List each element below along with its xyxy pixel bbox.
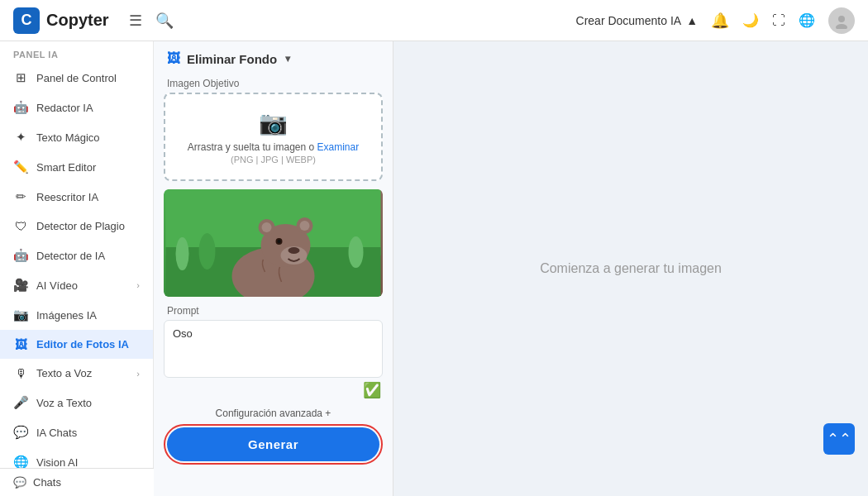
middle-panel: 🖼 Eliminar Fondo ▾ Imagen Objetivo 📷 Arr… bbox=[154, 41, 393, 496]
hamburger-menu-button[interactable]: ☰ bbox=[129, 12, 142, 30]
sidebar-label-texto-voz: Texto a Voz bbox=[36, 367, 92, 379]
image-upload-zone[interactable]: 📷 Arrastra y suelta tu imagen o Examinar… bbox=[164, 93, 383, 181]
sidebar-label-imagenes-ia: Imágenes IA bbox=[36, 309, 97, 322]
bottom-chats-bar: 💬 Chats bbox=[0, 468, 154, 496]
sidebar-item-smart-editor[interactable]: ✏️ Smart Editor bbox=[0, 152, 153, 182]
sidebar-label-smart-editor: Smart Editor bbox=[36, 161, 96, 174]
sidebar-item-imagenes-ia[interactable]: 📷 Imágenes IA bbox=[0, 300, 153, 330]
svg-point-14 bbox=[289, 247, 300, 254]
sidebar-item-panel-control[interactable]: ⊞ Panel de Control bbox=[0, 63, 153, 93]
svg-point-12 bbox=[300, 221, 310, 231]
svg-point-10 bbox=[262, 222, 272, 232]
crear-doc-label: Crear Documento IA bbox=[576, 14, 682, 27]
sidebar-item-detector-ia[interactable]: 🤖 Detector de IA bbox=[0, 241, 153, 270]
prompt-textarea[interactable]: Oso bbox=[164, 320, 383, 378]
sidebar-item-editor-fotos[interactable]: 🖼 Editor de Fotos IA bbox=[0, 330, 153, 359]
detector-ia-icon: 🤖 bbox=[13, 248, 28, 263]
prompt-label: Prompt bbox=[154, 297, 393, 320]
sidebar-label-detector-plagio: Detector de Plagio bbox=[36, 220, 125, 232]
edit-icon: ✏ bbox=[13, 189, 28, 204]
chevron-right-icon-2: › bbox=[136, 369, 140, 379]
chat-icon: 💬 bbox=[13, 425, 28, 440]
crear-documento-button[interactable]: Crear Documento IA ▲ bbox=[576, 14, 698, 27]
sidebar-item-ia-chats[interactable]: 💬 IA Chats bbox=[0, 417, 153, 447]
prompt-footer: ✅ bbox=[154, 378, 393, 399]
sidebar-item-voz-texto[interactable]: 🎤 Voz a Texto bbox=[0, 388, 153, 417]
sidebar-item-texto-voz[interactable]: 🎙 Texto a Voz › bbox=[0, 359, 153, 388]
chevron-right-icon: › bbox=[136, 280, 140, 290]
svg-point-5 bbox=[199, 233, 216, 269]
svg-point-6 bbox=[349, 236, 364, 268]
microphone-icon: 🎤 bbox=[13, 395, 28, 410]
pen-icon: ✏️ bbox=[13, 160, 28, 174]
logo-icon: C bbox=[13, 7, 40, 34]
fullscreen-icon[interactable]: ⛶ bbox=[772, 13, 785, 28]
generar-button-container: Generar bbox=[164, 424, 383, 465]
app-header: C Copyter ☰ 🔍 Crear Documento IA ▲ 🔔 🌙 ⛶… bbox=[0, 0, 868, 41]
search-button[interactable]: 🔍 bbox=[155, 12, 174, 30]
bell-icon[interactable]: 🔔 bbox=[711, 12, 729, 30]
svg-point-1 bbox=[836, 24, 847, 29]
robot-icon: 🤖 bbox=[13, 100, 28, 115]
chevron-up-icon: ▲ bbox=[686, 14, 698, 27]
bear-image bbox=[164, 189, 383, 297]
camera-icon: 📷 bbox=[13, 308, 28, 322]
svg-point-4 bbox=[176, 237, 189, 270]
sidebar-label-editor-fotos: Editor de Fotos IA bbox=[36, 338, 129, 351]
sidebar-label-redactor-ia: Redactor IA bbox=[36, 102, 93, 114]
main-layout: PANEL IA ⊞ Panel de Control 🤖 Redactor I… bbox=[0, 41, 868, 496]
right-panel: Comienza a generar tu imagen bbox=[393, 41, 868, 496]
sidebar-label-ia-chats: IA Chats bbox=[36, 427, 77, 439]
logo-box: C Copyter bbox=[13, 7, 109, 34]
ai-check-icon: ✅ bbox=[363, 381, 381, 399]
globe-icon[interactable]: 🌐 bbox=[799, 12, 815, 28]
upload-hint: (PNG | JPG | WEBP) bbox=[175, 155, 371, 165]
moon-icon[interactable]: 🌙 bbox=[742, 12, 759, 28]
svg-point-16 bbox=[278, 240, 281, 243]
header-left-controls: ☰ 🔍 bbox=[129, 12, 174, 30]
sidebar-item-detector-plagio[interactable]: 🛡 Detector de Plagio bbox=[0, 212, 153, 241]
sidebar-label-ai-video: AI Vídeo bbox=[36, 279, 78, 292]
imagen-objetivo-label: Imagen Objetivo bbox=[154, 71, 393, 93]
chevron-up-double-icon: ⌃⌃ bbox=[827, 430, 851, 448]
chats-icon: 💬 bbox=[13, 476, 26, 489]
tool-name: Eliminar Fondo bbox=[187, 52, 277, 66]
chats-label[interactable]: Chats bbox=[33, 476, 61, 489]
sidebar-label-panel-control: Panel de Control bbox=[36, 72, 117, 84]
header-right-controls: Crear Documento IA ▲ 🔔 🌙 ⛶ 🌐 bbox=[576, 7, 855, 34]
scroll-to-top-button[interactable]: ⌃⌃ bbox=[823, 423, 855, 455]
sidebar-label-detector-ia: Detector de IA bbox=[36, 250, 105, 262]
video-icon: 🎥 bbox=[13, 278, 28, 293]
tool-header: 🖼 Eliminar Fondo ▾ bbox=[154, 41, 393, 71]
star-icon: ✦ bbox=[13, 130, 28, 145]
mic-icon: 🎙 bbox=[13, 366, 28, 380]
sidebar-section-label: PANEL IA bbox=[0, 41, 153, 63]
sidebar-label-vision-ai: Vision AI bbox=[36, 456, 78, 469]
generar-button[interactable]: Generar bbox=[167, 427, 379, 461]
sidebar-label-voz-texto: Voz a Texto bbox=[36, 397, 92, 409]
sidebar-item-redactor-ia[interactable]: 🤖 Redactor IA bbox=[0, 93, 153, 122]
svg-point-0 bbox=[838, 16, 845, 22]
tool-chevron-down-icon[interactable]: ▾ bbox=[285, 53, 290, 64]
content-area: 🖼 Eliminar Fondo ▾ Imagen Objetivo 📷 Arr… bbox=[154, 41, 868, 496]
camera-upload-icon: 📷 bbox=[175, 109, 371, 136]
sidebar-item-texto-magico[interactable]: ✦ Texto Mágico bbox=[0, 122, 153, 152]
sidebar-label-reescritor-ia: Reescritor IA bbox=[36, 191, 98, 203]
grid-icon: ⊞ bbox=[13, 70, 28, 85]
sidebar: PANEL IA ⊞ Panel de Control 🤖 Redactor I… bbox=[0, 41, 154, 496]
examinar-link[interactable]: Examinar bbox=[317, 141, 360, 153]
right-panel-placeholder: Comienza a generar tu imagen bbox=[540, 261, 722, 276]
upload-text: Arrastra y suelta tu imagen o Examinar bbox=[175, 141, 371, 153]
bear-image-container bbox=[164, 189, 383, 297]
shield-icon: 🛡 bbox=[13, 219, 28, 233]
logo-text: Copyter bbox=[46, 11, 109, 30]
sidebar-label-texto-magico: Texto Mágico bbox=[36, 131, 100, 144]
photo-editor-icon: 🖼 bbox=[13, 337, 28, 351]
sidebar-item-ai-video[interactable]: 🎥 AI Vídeo › bbox=[0, 270, 153, 300]
sidebar-item-reescritor-ia[interactable]: ✏ Reescritor IA bbox=[0, 182, 153, 212]
user-avatar[interactable] bbox=[828, 7, 855, 34]
tool-icon: 🖼 bbox=[167, 51, 180, 66]
config-avanzada-link[interactable]: Configuración avanzada + bbox=[154, 399, 393, 424]
